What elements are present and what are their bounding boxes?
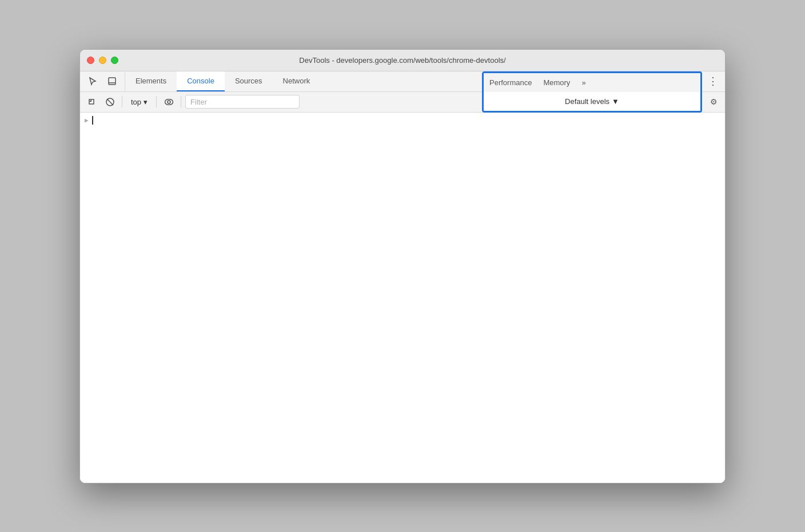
drawer-icon-button[interactable] xyxy=(104,73,120,89)
tab-network[interactable]: Network xyxy=(273,71,321,91)
maximize-button[interactable] xyxy=(111,57,118,64)
eye-icon-button[interactable] xyxy=(161,94,177,110)
separator-3 xyxy=(181,96,181,107)
devtools-panel: Elements Console Sources Network ⋮ xyxy=(80,71,725,483)
svg-rect-0 xyxy=(109,78,115,85)
main-tabs: Elements Console Sources Network xyxy=(125,71,700,91)
tab-left-icons xyxy=(80,71,125,91)
console-area[interactable]: ▶ xyxy=(80,113,725,483)
svg-point-7 xyxy=(168,101,170,103)
settings-gear-button[interactable]: ⚙ xyxy=(706,94,722,110)
console-toolbar: top ▾ ⚙ xyxy=(80,92,725,113)
tab-console[interactable]: Console xyxy=(177,71,225,91)
close-button[interactable] xyxy=(87,57,94,64)
tab-bar-container: Elements Console Sources Network ⋮ xyxy=(80,71,725,92)
separator-2 xyxy=(156,96,157,107)
cursor-icon-button[interactable] xyxy=(85,73,101,89)
tab-bar: Elements Console Sources Network ⋮ xyxy=(80,71,725,92)
filter-input[interactable] xyxy=(185,95,300,109)
separator xyxy=(122,96,122,107)
devtools-window: DevTools - developers.google.com/web/too… xyxy=(79,49,726,483)
more-options-icon[interactable]: ⋮ xyxy=(706,73,720,90)
prompt-arrow-icon: ▶ xyxy=(85,117,89,124)
svg-line-5 xyxy=(107,99,113,105)
tab-right-icons: ⋮ xyxy=(700,71,725,91)
traffic-lights xyxy=(87,57,118,64)
window-title: DevTools - developers.google.com/web/too… xyxy=(299,56,505,65)
svg-point-6 xyxy=(165,99,173,105)
console-prompt-line: ▶ xyxy=(80,115,725,126)
expand-console-button[interactable] xyxy=(83,94,99,110)
tab-elements[interactable]: Elements xyxy=(125,71,177,91)
cursor xyxy=(92,116,93,125)
minimize-button[interactable] xyxy=(99,57,106,64)
tab-sources[interactable]: Sources xyxy=(225,71,273,91)
title-bar: DevTools - developers.google.com/web/too… xyxy=(80,50,725,71)
context-selector[interactable]: top ▾ xyxy=(126,97,152,107)
clear-console-button[interactable] xyxy=(102,94,118,110)
